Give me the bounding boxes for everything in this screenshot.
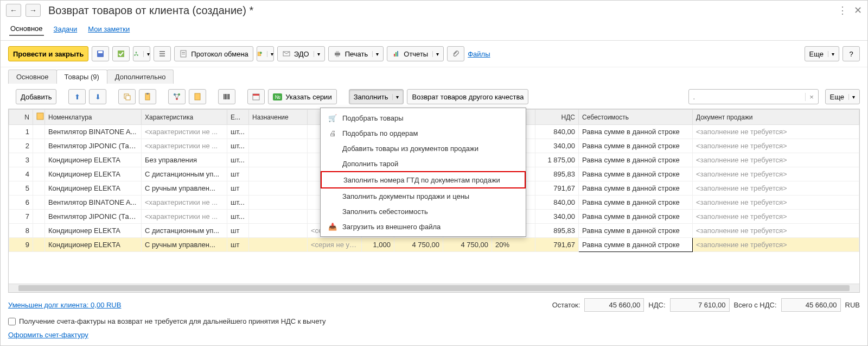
cell[interactable]: шт [227, 181, 249, 196]
cell[interactable]: 4 750,00 [394, 238, 443, 252]
dd-fill-cost[interactable]: Заполнить себестоимость [321, 204, 526, 219]
cell[interactable] [249, 196, 308, 210]
cell[interactable]: 20% [492, 238, 535, 252]
cell[interactable]: <характеристики не ... [142, 139, 227, 153]
cell[interactable] [33, 125, 45, 139]
cell-cost-focused[interactable]: Равна сумме в данной строке [579, 238, 693, 252]
cell[interactable]: 340,00 [535, 210, 579, 224]
section-tab-goods[interactable]: Товары (9) [56, 70, 107, 84]
dd-fill-docs-prices[interactable]: Заполнить документы продажи и цены [321, 188, 526, 204]
cell[interactable]: Кондиционер ELEKTA [45, 181, 142, 196]
cell[interactable] [249, 125, 308, 139]
invoice-not-required-checkbox[interactable] [8, 318, 16, 325]
cell[interactable]: шт [227, 167, 249, 181]
cell[interactable]: 9 [9, 238, 33, 252]
paste-button[interactable] [139, 89, 156, 104]
cell[interactable]: Вентилятор JIPONIC (Тай... [45, 139, 142, 153]
cell[interactable]: 895,83 [535, 224, 579, 238]
cell[interactable]: <заполнение не требуется> [693, 196, 859, 210]
cell[interactable]: <характеристики не ... [142, 196, 227, 210]
dd-pick-goods[interactable]: 🛒Подобрать товары [321, 110, 526, 125]
section-tab-main[interactable]: Основное [8, 70, 57, 84]
cell[interactable]: С дистанционным уп... [142, 224, 227, 238]
cell[interactable]: <серия не указ... [308, 238, 362, 252]
save-button[interactable] [92, 46, 109, 61]
toolbar-more-button[interactable]: Еще▾ [805, 46, 839, 61]
cell[interactable]: 4 [9, 167, 33, 181]
tab-notes[interactable]: Мои заметки [87, 22, 131, 36]
cell[interactable] [33, 153, 45, 167]
col-vat[interactable]: НДС [535, 110, 579, 125]
cell[interactable]: Кондиционер ELEKTA [45, 167, 142, 181]
horizontal-scrollbar[interactable] [9, 284, 859, 292]
cell[interactable]: 840,00 [535, 196, 579, 210]
cell[interactable]: Равна сумме в данной строке [579, 153, 693, 167]
table-row-selected[interactable]: 9Кондиционер ELEKTAС ручным управлен...ш… [9, 238, 859, 252]
move-up-button[interactable]: ⬆ [68, 89, 86, 104]
grid-search-box[interactable]: × [688, 89, 819, 104]
dd-load-file[interactable]: 📥Загрузить из внешнего файла [321, 219, 526, 234]
dd-fill-gtd[interactable]: Заполнить номера ГТД по документам прода… [321, 171, 526, 188]
cell[interactable]: шт... [227, 139, 249, 153]
grid-search-clear[interactable]: × [805, 93, 818, 101]
cell[interactable] [249, 181, 308, 196]
fill-button[interactable]: Заполнить▾ [349, 89, 404, 104]
post-and-close-button[interactable]: Провести и закрыть [8, 46, 88, 61]
protocol-button[interactable]: Протокол обмена [174, 46, 253, 61]
cell[interactable]: Без управления [142, 153, 227, 167]
col-n[interactable]: N [9, 110, 33, 125]
cell[interactable]: Вентилятор BINATONE A... [45, 196, 142, 210]
dd-add-tare[interactable]: Дополнить тарой [321, 156, 526, 171]
cell[interactable] [249, 153, 308, 167]
cell[interactable]: <заполнение не требуется> [693, 210, 859, 224]
calendar-button[interactable] [247, 89, 265, 104]
close-icon[interactable]: ✕ [854, 4, 862, 16]
cell[interactable]: шт... [227, 210, 249, 224]
cell[interactable]: 1 [9, 125, 33, 139]
cell[interactable]: Вентилятор JIPONIC (Тай... [45, 210, 142, 224]
cell[interactable] [33, 181, 45, 196]
help-button[interactable]: ? [843, 46, 860, 61]
cell[interactable] [249, 224, 308, 238]
col-box[interactable] [33, 110, 45, 125]
barcode-button[interactable] [218, 89, 235, 104]
cell[interactable]: <заполнение не требуется> [693, 139, 859, 153]
cell[interactable]: <заполнение не требуется> [693, 181, 859, 196]
cell[interactable]: 6 [9, 196, 33, 210]
print-button[interactable]: Печать▾ [328, 46, 384, 61]
cell[interactable]: 7 [9, 210, 33, 224]
col-cost[interactable]: Себестоимость [579, 110, 693, 125]
paste-clipboard-button[interactable] [189, 89, 206, 104]
other-quality-button[interactable]: Возврат товаров другого качества [407, 89, 528, 104]
cell[interactable]: 1 875,00 [535, 153, 579, 167]
cell[interactable]: Равна сумме в данной строке [579, 196, 693, 210]
cell[interactable] [249, 139, 308, 153]
create-invoice-link[interactable]: Оформить счет-фактуру [8, 331, 860, 339]
cell[interactable]: 8 [9, 224, 33, 238]
cell[interactable]: <заполнение не требуется> [693, 167, 859, 181]
cell[interactable] [33, 167, 45, 181]
dd-pick-orders[interactable]: 🖨Подобрать по ордерам [321, 125, 526, 141]
cell[interactable] [33, 139, 45, 153]
cell[interactable] [33, 210, 45, 224]
attachment-button[interactable] [447, 46, 464, 61]
cell[interactable]: 5 [9, 181, 33, 196]
cell[interactable]: Равна сумме в данной строке [579, 125, 693, 139]
cell[interactable]: <характеристики не ... [142, 210, 227, 224]
cell[interactable] [33, 224, 45, 238]
cell[interactable] [33, 238, 45, 252]
col-nomenclature[interactable]: Номенклатура [45, 110, 142, 125]
cell[interactable]: шт... [227, 196, 249, 210]
kebab-menu-icon[interactable]: ⋮ [838, 4, 847, 16]
cell[interactable]: С ручным управлен... [142, 238, 227, 252]
cell[interactable]: <заполнение не требуется> [693, 153, 859, 167]
cell[interactable] [249, 238, 308, 252]
tab-tasks[interactable]: Задачи [53, 22, 79, 36]
cell[interactable]: С ручным управлен... [142, 181, 227, 196]
fill-by-selection-button[interactable] [168, 89, 186, 104]
col-unit[interactable]: Е... [227, 110, 249, 125]
col-purpose[interactable]: Назначение [249, 110, 308, 125]
post-button[interactable] [112, 46, 130, 61]
cell[interactable]: Равна сумме в данной строке [579, 139, 693, 153]
section-tab-extra[interactable]: Дополнительно [107, 70, 174, 84]
